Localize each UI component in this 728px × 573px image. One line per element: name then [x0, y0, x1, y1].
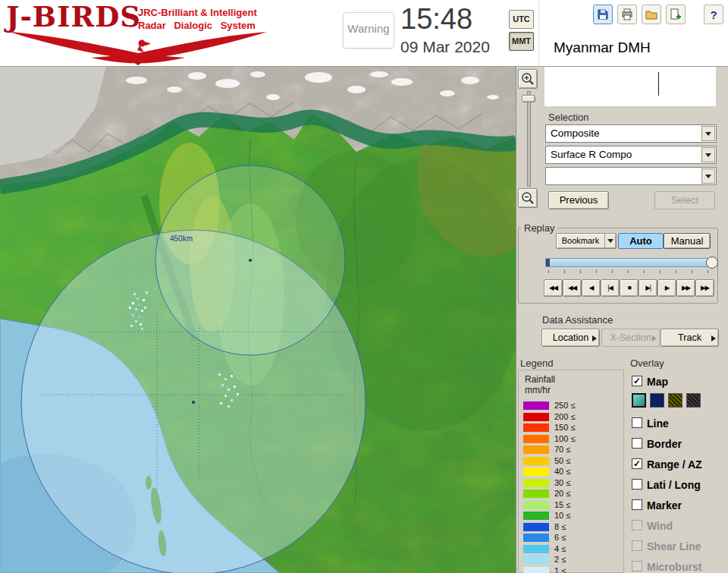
- open-folder-button[interactable]: [642, 5, 661, 24]
- legend-value: 70 ≤: [554, 445, 570, 454]
- save-button[interactable]: [593, 5, 613, 24]
- replay-slider-ticks: [548, 270, 714, 273]
- play-button[interactable]: ▶: [657, 279, 676, 297]
- previous-button[interactable]: Previous: [548, 191, 609, 209]
- app-logo-title: J-BIRDS: [6, 0, 141, 33]
- legend-value: 8 ≤: [554, 523, 566, 531]
- radar-map[interactable]: 450km: [0, 67, 516, 573]
- warning-button[interactable]: Warning: [343, 12, 394, 49]
- zoom-out-button[interactable]: [518, 188, 538, 208]
- zoom-slider-track[interactable]: [527, 91, 531, 187]
- legend-row: 30 ≤: [523, 479, 620, 487]
- map-style-terrain-swatch[interactable]: [632, 393, 646, 408]
- product-dropdown[interactable]: Surface R Compo: [545, 146, 717, 164]
- skip-to-start-button[interactable]: ◀◀: [544, 279, 563, 297]
- header-separator: [538, 0, 539, 67]
- fast-forward-button[interactable]: ▶▶: [676, 279, 695, 297]
- mmt-toggle-button[interactable]: MMT: [509, 32, 534, 51]
- bookmark-button[interactable]: Bookmark: [556, 233, 617, 249]
- legend-row: 15 ≤: [523, 501, 620, 509]
- map-style-olive-swatch[interactable]: [668, 393, 682, 408]
- legend-value: 1 ≤: [554, 567, 566, 573]
- legend-value: 20 ≤: [554, 490, 570, 498]
- station-input[interactable]: [544, 67, 716, 106]
- overlay-row-border[interactable]: Border: [632, 438, 727, 452]
- legend-row: 250 ≤: [523, 401, 620, 410]
- export-icon: [670, 8, 682, 20]
- legend-row: 200 ≤: [523, 413, 620, 421]
- composite-dropdown-value: Composite: [551, 128, 600, 139]
- legend-color-swatch: [523, 501, 549, 509]
- legend-color-swatch: [523, 479, 549, 487]
- step-forward-button[interactable]: ▶|: [639, 279, 657, 297]
- composite-dropdown[interactable]: Composite: [545, 124, 717, 143]
- track-button[interactable]: Track: [661, 329, 719, 347]
- stop-button[interactable]: ■: [620, 279, 639, 297]
- bookmark-dropdown-button[interactable]: [604, 234, 616, 248]
- legend-row: 6 ≤: [523, 534, 620, 542]
- checkbox: [632, 540, 642, 551]
- replay-slider-thumb[interactable]: [706, 257, 718, 269]
- fast-rewind-button[interactable]: ◀◀: [563, 279, 582, 297]
- play-reverse-button[interactable]: ◀: [582, 279, 601, 297]
- zoom-in-button[interactable]: [518, 69, 538, 89]
- map-style-dark-swatch[interactable]: [686, 393, 701, 408]
- legend-row: 10 ≤: [523, 512, 620, 520]
- map-style-swatches: [632, 393, 708, 408]
- overlay-row-line[interactable]: Line: [632, 417, 727, 431]
- legend-color-swatch: [523, 512, 549, 520]
- legend-row: 8 ≤: [523, 523, 620, 531]
- manual-mode-button[interactable]: Manual: [664, 233, 711, 249]
- zoom-slider[interactable]: [521, 91, 536, 187]
- zoom-slider-thumb[interactable]: [522, 95, 535, 102]
- checkbox: [632, 499, 642, 510]
- map-style-navy-swatch[interactable]: [650, 393, 664, 408]
- checkbox: [632, 561, 642, 571]
- legend-row: 100 ≤: [523, 435, 620, 443]
- submenu-arrow-icon: [711, 335, 716, 342]
- product-dropdown-button[interactable]: [701, 147, 715, 162]
- auto-mode-button[interactable]: Auto: [618, 233, 664, 249]
- skip-to-end-button[interactable]: ▶▶: [695, 279, 714, 297]
- utc-toggle-button[interactable]: UTC: [509, 10, 534, 29]
- app-logo-subtitle-2: Radar Dialogic System: [138, 20, 256, 31]
- overlay-row-marker[interactable]: Marker: [632, 499, 727, 513]
- checkbox: ✓: [632, 376, 642, 386]
- track-button-label: Track: [678, 332, 701, 343]
- export-button[interactable]: [666, 5, 686, 24]
- bookmark-button-label: Bookmark: [557, 234, 604, 248]
- legend-color-swatch: [523, 534, 549, 542]
- chevron-down-icon: [705, 153, 711, 160]
- control-panel: Selection Composite Surface R Compo Prev…: [516, 67, 728, 573]
- replay-slider[interactable]: [545, 258, 715, 267]
- overlay-row-lati-long[interactable]: Lati / Long: [632, 479, 727, 493]
- print-button[interactable]: [617, 5, 637, 24]
- legend-value: 200 ≤: [554, 413, 575, 421]
- help-button[interactable]: ?: [704, 5, 723, 24]
- legend-value: 6 ≤: [554, 534, 566, 542]
- x-section-button-label: X-Section: [610, 332, 651, 343]
- option-dropdown[interactable]: [545, 167, 717, 185]
- option-dropdown-button[interactable]: [701, 168, 715, 184]
- composite-dropdown-button[interactable]: [701, 126, 715, 141]
- location-button-label: Location: [553, 332, 588, 343]
- legend-row: 70 ≤: [523, 445, 620, 454]
- replay-label: Replay: [521, 222, 557, 234]
- eagle-logo-icon: [5, 30, 271, 65]
- app-header: J-BIRDS JRC-Brilliant & Intelligent Rada…: [0, 0, 728, 67]
- legend-row: 4 ≤: [523, 545, 620, 553]
- overlay-row-shear-line: Shear Line: [632, 540, 727, 554]
- legend-color-swatch: [523, 545, 549, 553]
- legend-label: Legend: [520, 357, 553, 369]
- checkbox: ✓: [632, 458, 642, 469]
- overlay-row-range-az[interactable]: ✓ Range / AZ: [632, 458, 727, 472]
- overlay-row-map[interactable]: ✓ Map: [632, 376, 727, 389]
- app-logo-subtitle-1: JRC-Brilliant & Intelligent: [138, 7, 257, 18]
- clock-time: 15:48: [400, 3, 472, 36]
- legend-color-swatch: [523, 567, 549, 573]
- legend-color-swatch: [523, 523, 549, 531]
- legend-value: 4 ≤: [554, 545, 566, 553]
- legend-color-swatch: [523, 435, 549, 443]
- location-button[interactable]: Location: [541, 329, 600, 347]
- step-back-button[interactable]: |◀: [601, 279, 620, 297]
